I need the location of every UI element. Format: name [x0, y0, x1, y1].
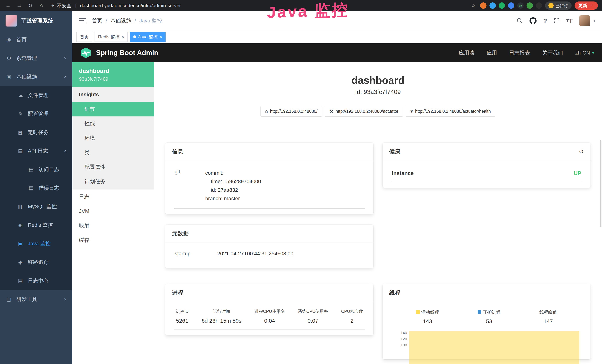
- hamburger-icon[interactable]: [79, 18, 86, 23]
- font-size-icon[interactable]: TT: [566, 17, 573, 24]
- sba-item-details[interactable]: 细节: [72, 102, 154, 117]
- browser-home-icon[interactable]: ⌂: [37, 3, 45, 9]
- health-url-button[interactable]: ♥ http://192.168.0.2:48080/actuator/heal…: [406, 106, 495, 117]
- sidebar-item-infrastructure[interactable]: ▣ 基础设施 ∧: [0, 67, 72, 86]
- scrollbar-thumb[interactable]: [600, 140, 602, 227]
- sba-item-caches[interactable]: 缓存: [72, 233, 154, 247]
- sidebar-item-config-management[interactable]: ✎ 配置管理: [0, 105, 72, 123]
- sba-instance-header[interactable]: dashboard 93a3fc7f7409: [72, 62, 154, 87]
- startup-value: 2021-04-27T00:44:31.254+08:00: [217, 251, 293, 257]
- chart-area-series: [409, 331, 580, 364]
- github-icon[interactable]: [529, 17, 537, 24]
- history-icon[interactable]: ↺: [579, 148, 584, 155]
- browser-extension-icon[interactable]: on: [517, 2, 524, 9]
- sba-item-classes[interactable]: 类: [72, 145, 154, 160]
- browser-extension-icon[interactable]: [499, 2, 505, 9]
- mysql-icon: ▥: [17, 203, 24, 210]
- git-label: git: [175, 169, 205, 203]
- instance-url-button[interactable]: ⌂ http://192.168.0.2:48080/: [260, 106, 322, 117]
- reload-icon[interactable]: ↻: [26, 3, 34, 9]
- browser-extension-icon[interactable]: [480, 2, 486, 9]
- tab-home[interactable]: 首页: [76, 32, 92, 42]
- breadcrumb-home[interactable]: 首页: [92, 17, 102, 24]
- sidebar-item-access-logs[interactable]: ▤ 访问日志: [0, 160, 72, 179]
- annotation-java-monitor: Java 监控: [267, 0, 349, 23]
- sba-sidebar: dashboard 93a3fc7f7409 Insights 细节 性能 环境…: [72, 62, 154, 364]
- sidebar-item-api-logs[interactable]: ▤ API 日志 ∧: [0, 142, 72, 160]
- paused-extension-badge[interactable]: 已暂停: [545, 1, 572, 10]
- breadcrumb-infrastructure[interactable]: 基础设施: [110, 17, 131, 24]
- sba-item-environment[interactable]: 环境: [72, 131, 154, 145]
- browser-extension-icon[interactable]: [508, 2, 514, 9]
- forward-icon[interactable]: →: [15, 3, 23, 9]
- card-title: 元数据: [172, 230, 189, 237]
- sba-item-config-properties[interactable]: 配置属性: [72, 160, 154, 174]
- sidebar-item-scheduled-tasks[interactable]: ▦ 定时任务: [0, 123, 72, 142]
- log-file-icon: ▤: [17, 148, 24, 154]
- sba-item-jvm[interactable]: JVM: [72, 204, 154, 218]
- sba-item-logs[interactable]: 日志: [72, 190, 154, 204]
- sba-nav-applications[interactable]: 应用: [487, 49, 497, 56]
- sba-item-scheduled-tasks[interactable]: 计划任务: [72, 174, 154, 189]
- browser-extension-icon[interactable]: [489, 2, 496, 9]
- sidebar-item-label: 访问日志: [39, 166, 59, 173]
- sidebar-item-home[interactable]: ◎ 首页: [0, 30, 72, 49]
- avatar-caret-icon[interactable]: ▾: [593, 19, 595, 23]
- close-icon[interactable]: ×: [160, 34, 162, 40]
- url-text[interactable]: dashboard.yudao.iocoder.cn/infra/admin-s…: [80, 3, 181, 9]
- user-avatar[interactable]: [579, 15, 590, 26]
- close-icon[interactable]: ×: [121, 34, 124, 40]
- sidebar-item-mysql-monitor[interactable]: ▥ MySQL 监控: [0, 197, 72, 216]
- browser-extension-icon[interactable]: [536, 2, 542, 9]
- task-grid-icon: ▦: [17, 129, 24, 135]
- chrome-update-button[interactable]: 更新 ⋮: [575, 1, 598, 10]
- actuator-url-button[interactable]: ⚒ http://192.168.0.2:48080/actuator: [325, 106, 403, 117]
- sidebar-item-redis-monitor[interactable]: ◈ Redis 监控: [0, 216, 72, 234]
- sba-nav-wallboard[interactable]: 应用墙: [459, 49, 474, 56]
- cards-grid: 信息 git commit: time: 1596289704000 id: 2…: [154, 143, 602, 359]
- bookmark-star-icon[interactable]: ☆: [469, 3, 477, 9]
- sidebar-item-dev-tools[interactable]: ▢ 研发工具 ∨: [0, 290, 72, 309]
- sba-item-performance[interactable]: 性能: [72, 117, 154, 131]
- browser-extension-icon[interactable]: [527, 2, 533, 9]
- process-card: 进程 进程ID 5261 运行时间 6d 23h 15m 59: [165, 284, 373, 335]
- search-icon[interactable]: [516, 18, 523, 24]
- sidebar-item-log-center[interactable]: ▤ 日志中心: [0, 271, 72, 290]
- cloud-icon: ☁: [17, 92, 24, 98]
- tab-java-monitor[interactable]: Java 监控 ×: [130, 32, 166, 42]
- sba-logo-icon[interactable]: [80, 47, 92, 59]
- sba-navbar: Spring Boot Admin 应用墙 应用 日志报表 关于我们 zh-CN…: [72, 43, 602, 62]
- security-warning-label[interactable]: 不安全: [57, 2, 71, 9]
- sidebar-item-file-management[interactable]: ☁ 文件管理: [0, 86, 72, 105]
- back-icon[interactable]: ←: [4, 3, 12, 9]
- instance-name: dashboard: [79, 67, 147, 74]
- app-logo[interactable]: 芋道管理系统: [0, 11, 72, 30]
- locale-selector[interactable]: zh-CN ▾: [575, 50, 594, 56]
- legend-live-threads: 活动线程 143: [416, 309, 439, 324]
- chevron-down-icon: ∨: [64, 298, 67, 301]
- tags-view-bar: 首页 Redis 监控 × Java 监控 ×: [72, 30, 602, 43]
- fullscreen-icon[interactable]: [554, 18, 560, 24]
- sba-item-mappings[interactable]: 映射: [72, 218, 154, 233]
- insights-section-title: Insights: [72, 87, 154, 102]
- sidebar-item-java-monitor[interactable]: ▣ Java 监控: [0, 234, 72, 253]
- sidebar-item-label: 配置管理: [28, 110, 49, 117]
- sba-brand-title[interactable]: Spring Boot Admin: [96, 49, 158, 57]
- health-url: http://192.168.0.2:48080/actuator/health: [415, 109, 491, 114]
- sidebar-item-tracing[interactable]: ◉ 链路追踪: [0, 253, 72, 271]
- tab-redis-monitor[interactable]: Redis 监控 ×: [95, 32, 128, 42]
- instance-links: ⌂ http://192.168.0.2:48080/ ⚒ http://192…: [154, 106, 602, 117]
- browser-menu-icon[interactable]: ⋮: [590, 3, 594, 8]
- sidebar-item-error-logs[interactable]: ▤ 错误日志: [0, 179, 72, 197]
- sidebar-item-system-management[interactable]: ⚙ 系统管理 ∨: [0, 49, 72, 67]
- address-bar[interactable]: ⚠ 不安全 | dashboard.yudao.iocoder.cn/infra…: [50, 2, 466, 9]
- instance-id: 93a3fc7f7409: [79, 76, 147, 82]
- help-icon[interactable]: ?: [543, 17, 547, 24]
- threads-chart: 140 120 100: [391, 330, 582, 359]
- sba-nav-about[interactable]: 关于我们: [542, 49, 563, 56]
- tab-label: 首页: [80, 34, 89, 40]
- java-monitor-icon: ▣: [17, 241, 24, 247]
- header-actions: ? TT ▾: [516, 15, 595, 26]
- process-col: 运行时间 6d 23h 15m 59s: [202, 309, 241, 324]
- sba-nav-journal[interactable]: 日志报表: [509, 49, 530, 56]
